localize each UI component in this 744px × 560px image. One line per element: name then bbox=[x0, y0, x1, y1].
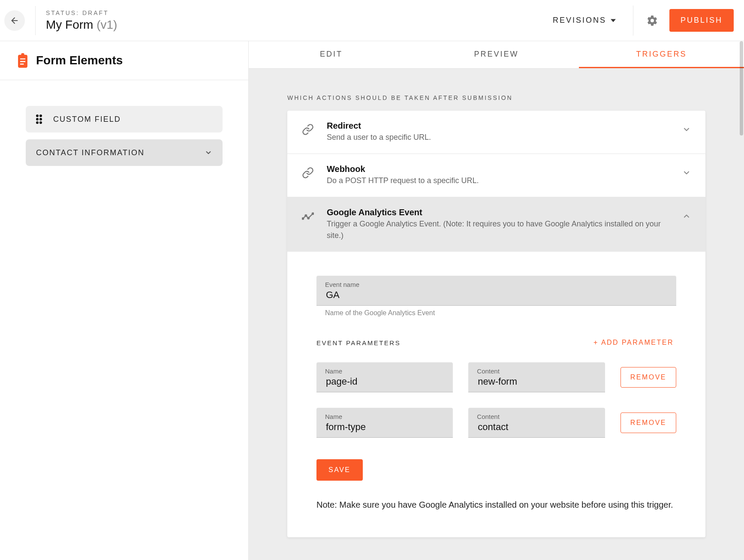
title-block: STATUS: DRAFT My Form (v1) bbox=[46, 9, 117, 32]
trigger-title: Redirect bbox=[327, 121, 670, 131]
remove-parameter-button[interactable]: REMOVE bbox=[621, 412, 676, 433]
field-label: Name bbox=[325, 367, 444, 375]
trigger-list: Redirect Send a user to a specific URL. … bbox=[287, 111, 705, 537]
arrow-left-icon bbox=[10, 16, 19, 25]
section-heading: WHICH ACTIONS SHOULD BE TAKEN AFTER SUBM… bbox=[287, 94, 705, 101]
analytics-icon bbox=[302, 210, 314, 222]
tab-triggers[interactable]: TRIGGERS bbox=[579, 41, 744, 68]
chevron-down-icon bbox=[682, 125, 691, 134]
main-content: WHICH ACTIONS SHOULD BE TAKEN AFTER SUBM… bbox=[249, 69, 744, 560]
svg-point-1 bbox=[302, 218, 304, 220]
params-heading: EVENT PARAMETERS bbox=[316, 339, 401, 346]
sidebar-item-custom-field[interactable]: CUSTOM FIELD bbox=[26, 106, 223, 132]
tab-edit[interactable]: EDIT bbox=[249, 41, 414, 68]
main-panel: EDIT PREVIEW TRIGGERS WHICH ACTIONS SHOU… bbox=[249, 41, 744, 560]
chevron-down-icon bbox=[205, 149, 212, 157]
event-name-input[interactable] bbox=[325, 289, 668, 301]
field-label: Content bbox=[477, 413, 596, 420]
sidebar-item-contact-information[interactable]: CONTACT INFORMATION bbox=[26, 139, 223, 166]
caret-down-icon bbox=[611, 18, 616, 23]
param-content-field[interactable]: Content bbox=[468, 408, 605, 438]
param-name-field[interactable]: Name bbox=[316, 362, 453, 392]
param-content-input[interactable] bbox=[477, 376, 596, 388]
publish-button[interactable]: PUBLISH bbox=[669, 9, 734, 32]
remove-parameter-button[interactable]: REMOVE bbox=[621, 367, 676, 388]
add-parameter-button[interactable]: + ADD PARAMETER bbox=[591, 338, 676, 347]
trigger-description: Trigger a Google Analytics Event. (Note:… bbox=[327, 218, 670, 241]
trigger-description: Send a user to a specific URL. bbox=[327, 132, 670, 143]
revisions-dropdown[interactable]: REVISIONS bbox=[545, 11, 624, 30]
status-line: STATUS: DRAFT bbox=[46, 9, 117, 16]
form-name: My Form bbox=[46, 18, 93, 31]
status-prefix: STATUS: bbox=[46, 9, 79, 16]
expand-toggle[interactable] bbox=[682, 169, 691, 179]
param-row: Name Content REMOVE bbox=[316, 408, 676, 438]
trigger-title: Webhook bbox=[327, 164, 670, 174]
divider bbox=[35, 6, 36, 35]
expand-toggle[interactable] bbox=[682, 125, 691, 135]
sidebar: Form Elements CUSTOM FIELD CONTACT INFOR… bbox=[0, 41, 249, 560]
settings-button[interactable] bbox=[643, 11, 662, 30]
sidebar-header: Form Elements bbox=[0, 41, 248, 80]
drag-handle-icon[interactable] bbox=[36, 114, 43, 124]
sidebar-title: Form Elements bbox=[36, 54, 123, 67]
chevron-up-icon bbox=[682, 212, 691, 220]
field-label: Content bbox=[477, 367, 596, 375]
revisions-label: REVISIONS bbox=[553, 16, 606, 25]
gear-icon bbox=[646, 15, 658, 27]
param-name-input[interactable] bbox=[325, 421, 444, 433]
collapse-toggle[interactable] bbox=[682, 212, 691, 222]
trigger-title: Google Analytics Event bbox=[327, 208, 670, 217]
app-header: STATUS: DRAFT My Form (v1) REVISIONS PUB… bbox=[0, 0, 744, 41]
svg-point-4 bbox=[312, 213, 314, 214]
param-name-field[interactable]: Name bbox=[316, 408, 453, 438]
field-help: Name of the Google Analytics Event bbox=[316, 306, 676, 317]
field-label: Event name bbox=[325, 281, 668, 288]
tab-bar: EDIT PREVIEW TRIGGERS bbox=[249, 41, 744, 69]
param-content-input[interactable] bbox=[477, 421, 596, 433]
link-icon bbox=[302, 167, 314, 179]
form-version: (v1) bbox=[96, 18, 117, 31]
trigger-row-redirect[interactable]: Redirect Send a user to a specific URL. bbox=[287, 111, 705, 154]
sidebar-item-label: CUSTOM FIELD bbox=[53, 115, 121, 124]
status-value: DRAFT bbox=[82, 9, 109, 16]
param-content-field[interactable]: Content bbox=[468, 362, 605, 392]
svg-point-2 bbox=[305, 215, 307, 217]
trigger-description: Do a POST HTTP request to a specific URL… bbox=[327, 175, 670, 187]
event-name-field[interactable]: Event name bbox=[316, 276, 676, 306]
param-row: Name Content REMOVE bbox=[316, 362, 676, 392]
svg-point-3 bbox=[307, 217, 309, 219]
sidebar-item-label: CONTACT INFORMATION bbox=[36, 148, 194, 157]
divider bbox=[633, 6, 633, 36]
page-title: My Form (v1) bbox=[46, 18, 117, 32]
clipboard-icon bbox=[16, 53, 29, 68]
trigger-row-ga[interactable]: Google Analytics Event Trigger a Google … bbox=[287, 197, 705, 252]
trigger-note: Note: Make sure you have Google Analytic… bbox=[316, 498, 676, 512]
trigger-row-webhook[interactable]: Webhook Do a POST HTTP request to a spec… bbox=[287, 154, 705, 197]
param-name-input[interactable] bbox=[325, 376, 444, 388]
scrollbar[interactable] bbox=[740, 41, 743, 135]
back-button[interactable] bbox=[4, 10, 25, 31]
chevron-down-icon bbox=[682, 169, 691, 177]
field-label: Name bbox=[325, 413, 444, 420]
save-button[interactable]: SAVE bbox=[316, 459, 363, 481]
link-icon bbox=[302, 123, 314, 135]
tab-preview[interactable]: PREVIEW bbox=[414, 41, 579, 68]
trigger-ga-panel: Event name Name of the Google Analytics … bbox=[287, 252, 705, 537]
